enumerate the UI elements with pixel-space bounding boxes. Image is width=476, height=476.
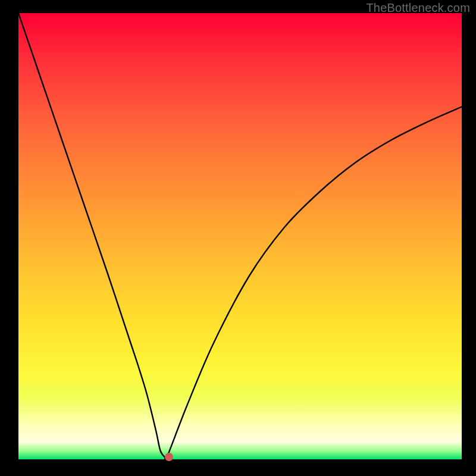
chart-curve-layer	[18, 13, 462, 459]
chart-marker-dot	[165, 453, 173, 461]
bottleneck-curve	[18, 13, 462, 459]
watermark-text: TheBottleneck.com	[366, 1, 470, 15]
chart-frame: TheBottleneck.com	[0, 0, 476, 476]
